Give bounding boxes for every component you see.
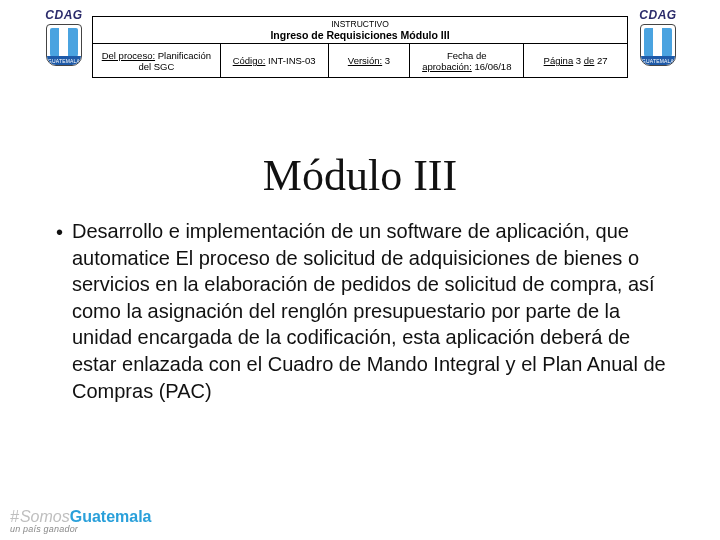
value-version: 3: [385, 55, 390, 66]
footer-somos: Somos: [20, 508, 70, 525]
org-logo-left: CDAG GUATEMALA: [42, 8, 86, 66]
hash-symbol: #: [10, 508, 19, 525]
value-fecha: 16/06/18: [474, 61, 511, 72]
org-logo-right: CDAG GUATEMALA: [636, 8, 680, 66]
doc-header-table: INSTRUCTIVO Ingreso de Requisiciones Mód…: [92, 16, 628, 78]
cell-fecha: Fecha de aprobación: 16/06/18: [410, 44, 524, 78]
footer-guatemala: Guatemala: [70, 508, 152, 525]
doc-title: Ingreso de Requisiciones Módulo III: [99, 29, 621, 41]
value-pagina-total: 27: [597, 55, 608, 66]
doc-type-label: INSTRUCTIVO: [99, 19, 621, 29]
cell-proceso: Del proceso: Planificación del SGC: [93, 44, 221, 78]
value-proceso-1: Planificación: [158, 50, 211, 61]
value-proceso-2: del SGC: [138, 61, 174, 72]
body: • Desarrollo e implementación de un soft…: [56, 218, 676, 404]
cell-version: Versión: 3: [328, 44, 410, 78]
bullet-item: • Desarrollo e implementación de un soft…: [56, 218, 676, 404]
bullet-icon: •: [56, 218, 72, 404]
shield-band: GUATEMALA: [47, 56, 81, 66]
label-pagina: Página: [544, 55, 574, 66]
shield-band: GUATEMALA: [641, 56, 675, 66]
cell-pagina: Página 3 de 27: [524, 44, 628, 78]
slide: CDAG GUATEMALA CDAG GUATEMALA INSTRUCTIV…: [0, 0, 720, 540]
logo-word: CDAG: [42, 8, 86, 22]
cell-codigo: Código: INT-INS-03: [220, 44, 328, 78]
label-fecha-2: aprobación:: [422, 61, 472, 72]
value-codigo: INT-INS-03: [268, 55, 316, 66]
label-pagina-de: de: [584, 55, 595, 66]
doc-header-top: INSTRUCTIVO Ingreso de Requisiciones Mód…: [93, 17, 628, 44]
logo-word: CDAG: [636, 8, 680, 22]
footer-hashtag: #SomosGuatemala un país ganador: [10, 508, 152, 534]
main-heading: Módulo III: [0, 150, 720, 201]
bullet-text: Desarrollo e implementación de un softwa…: [72, 218, 676, 404]
label-proceso: Del proceso:: [102, 50, 155, 61]
shield-icon: GUATEMALA: [46, 24, 82, 66]
shield-icon: GUATEMALA: [640, 24, 676, 66]
label-fecha-1: Fecha de: [447, 50, 487, 61]
header-band: CDAG GUATEMALA CDAG GUATEMALA INSTRUCTIV…: [0, 4, 720, 80]
label-version: Versión:: [348, 55, 382, 66]
label-codigo: Código:: [233, 55, 266, 66]
value-pagina-current: 3: [576, 55, 581, 66]
